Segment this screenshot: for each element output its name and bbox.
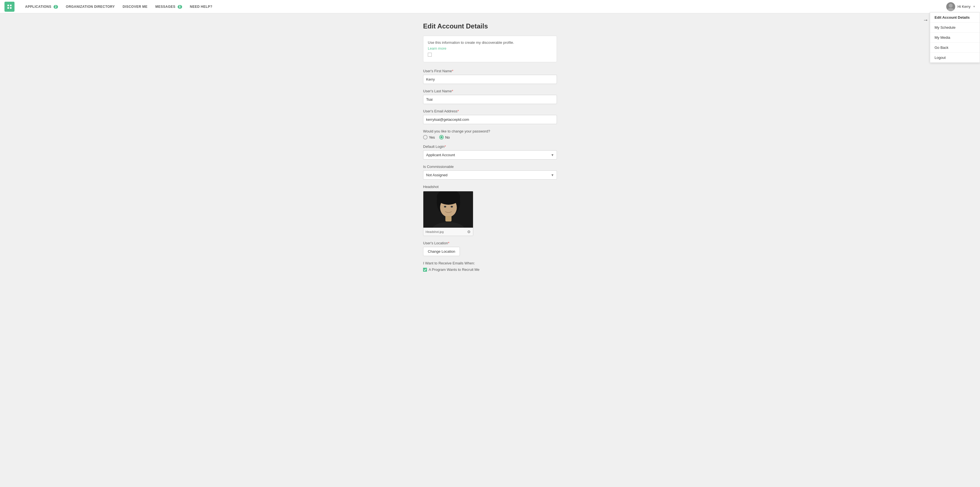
headshot-label: Headshot (423, 185, 557, 189)
radio-no-circle (439, 135, 444, 140)
password-group: Would you like to change your password? … (423, 129, 557, 140)
user-greeting: Hi Kerry (958, 5, 970, 9)
email-checkbox-recruit[interactable] (423, 268, 427, 272)
password-label: Would you like to change your password? (423, 129, 557, 133)
main-content: Edit Account Details Use this informatio… (0, 13, 980, 293)
last-name-input[interactable] (423, 95, 557, 104)
info-checkbox[interactable] (428, 53, 432, 57)
emails-label: I Want to Receive Emails When: (423, 261, 557, 265)
password-radio-group: Yes No (423, 135, 557, 140)
page-title: Edit Account Details (423, 22, 557, 30)
first-name-group: User's First Name* (423, 69, 557, 84)
nav-need-help[interactable]: NEED HELP? (186, 5, 216, 9)
svg-rect-7 (445, 216, 452, 221)
first-name-label: User's First Name* (423, 69, 557, 73)
headshot-group: Headshot (423, 185, 557, 236)
dropdown-item-my-schedule[interactable]: My Schedule (930, 22, 980, 33)
svg-point-9 (451, 206, 453, 207)
logo-icon (6, 4, 13, 10)
svg-point-0 (949, 4, 953, 8)
form-container: Edit Account Details Use this informatio… (423, 22, 557, 277)
default-login-label: Default Login* (423, 145, 557, 149)
checkmark-icon (424, 268, 426, 271)
headshot-svg (423, 191, 473, 228)
default-login-group: Default Login* Applicant Account ▼ (423, 145, 557, 159)
location-label: User's Location* (423, 241, 557, 245)
commissionable-group: Is Commissionable Not Assigned ▼ (423, 165, 557, 180)
svg-point-8 (444, 206, 446, 207)
nav-org-directory[interactable]: ORGANIZATION DIRECTORY (62, 5, 119, 9)
password-radio-no[interactable]: No (439, 135, 450, 140)
user-menu-trigger[interactable]: Hi Kerry ▼ (946, 2, 975, 11)
info-box: Use this information to create my discov… (423, 36, 557, 62)
messages-badge: 8 (178, 5, 182, 9)
nav-discover-me[interactable]: DISCOVER ME (119, 5, 151, 9)
last-name-group: User's Last Name* (423, 89, 557, 104)
avatar (946, 2, 955, 11)
email-option-recruit: A Program Wants to Recruit Me (423, 267, 557, 272)
radio-no-label: No (445, 135, 450, 140)
email-input[interactable] (423, 115, 557, 124)
info-box-text: Use this information to create my discov… (428, 40, 552, 45)
dropdown-item-edit-account[interactable]: Edit Account Details (930, 13, 980, 22)
headshot-image (423, 191, 473, 228)
radio-yes-label: Yes (429, 135, 435, 140)
password-radio-yes[interactable]: Yes (423, 135, 435, 140)
nav-messages[interactable]: MESSAGES 8 (151, 5, 186, 9)
navbar: APPLICATIONS 2 ORGANIZATION DIRECTORY DI… (0, 0, 980, 13)
headshot-gear-icon[interactable]: ⚙ (467, 229, 471, 234)
headshot-container: Headshot.jpg ⚙ (423, 191, 473, 236)
last-name-label: User's Last Name* (423, 89, 557, 93)
commissionable-select[interactable]: Not Assigned (423, 170, 557, 180)
change-location-button[interactable]: Change Location (423, 247, 460, 256)
dropdown-item-go-back[interactable]: Go Back (930, 43, 980, 53)
headshot-footer: Headshot.jpg ⚙ (423, 228, 473, 236)
nav-links: APPLICATIONS 2 ORGANIZATION DIRECTORY DI… (21, 5, 216, 9)
location-group: User's Location* Change Location (423, 241, 557, 256)
arrow-indicator (923, 17, 928, 23)
caret-icon: ▼ (973, 5, 975, 8)
commissionable-label: Is Commissionable (423, 165, 557, 169)
email-group: User's Email Address* (423, 109, 557, 124)
email-label: User's Email Address* (423, 109, 557, 113)
default-login-select-wrapper: Applicant Account ▼ (423, 150, 557, 159)
app-logo[interactable] (5, 2, 14, 12)
emails-group: I Want to Receive Emails When: A Program… (423, 261, 557, 272)
headshot-filename: Headshot.jpg (426, 230, 444, 234)
svg-point-1 (947, 8, 954, 11)
email-option-label: A Program Wants to Recruit Me (429, 267, 479, 272)
radio-no-dot (441, 136, 442, 138)
dropdown-item-logout[interactable]: Logout (930, 53, 980, 62)
default-login-select[interactable]: Applicant Account (423, 150, 557, 159)
learn-more-link[interactable]: Learn more (428, 46, 552, 51)
dropdown-item-my-media[interactable]: My Media (930, 33, 980, 43)
commissionable-select-wrapper: Not Assigned ▼ (423, 170, 557, 180)
nav-applications[interactable]: APPLICATIONS 2 (21, 5, 62, 9)
arrow-line (923, 17, 928, 23)
applications-badge: 2 (54, 5, 58, 9)
radio-yes-circle (423, 135, 428, 140)
user-dropdown-menu: Edit Account Details My Schedule My Medi… (930, 12, 980, 63)
first-name-input[interactable] (423, 75, 557, 84)
